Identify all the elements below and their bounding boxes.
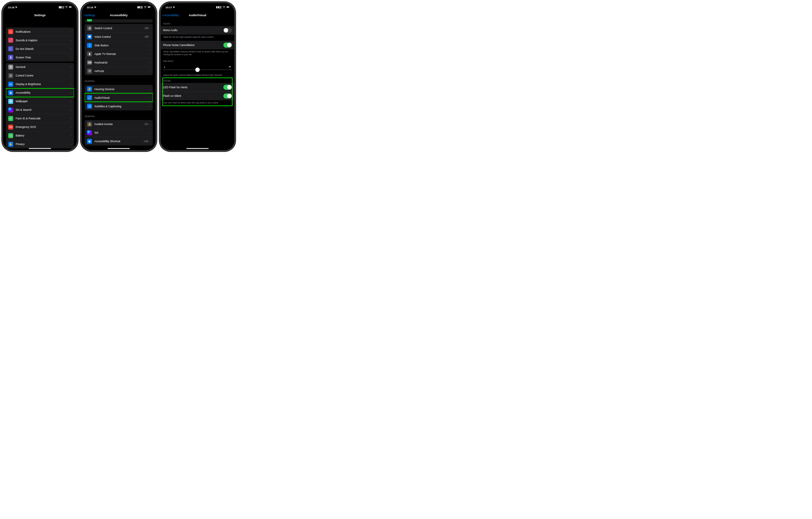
wallpaper-row[interactable]: ✿Wallpaper› bbox=[6, 97, 74, 106]
balance-track[interactable] bbox=[164, 70, 231, 70]
privacy-row[interactable]: ✋Privacy› bbox=[6, 140, 74, 148]
face-id-passcode-row[interactable]: ☺Face ID & Passcode› bbox=[6, 114, 74, 123]
balance-thumb[interactable] bbox=[195, 67, 200, 72]
notifications-label: Notifications bbox=[16, 30, 71, 33]
signal-icon: ▮▮▯▯ bbox=[216, 6, 222, 9]
chevron-right-icon: › bbox=[150, 96, 151, 99]
general-row[interactable]: ⚙General› bbox=[6, 63, 74, 71]
sounds-haptics-row[interactable]: 🔊Sounds & Haptics› bbox=[6, 36, 74, 45]
notifications-row[interactable]: ◻Notifications› bbox=[6, 27, 74, 35]
siri-search-row[interactable]: Siri & Search› bbox=[6, 106, 74, 114]
screen-time-icon: ⧗ bbox=[8, 55, 13, 60]
accessibility-shortcut-row[interactable]: ◉Accessibility ShortcutAsk› bbox=[85, 137, 153, 145]
chevron-right-icon: › bbox=[150, 44, 151, 47]
chevron-right-icon: › bbox=[150, 105, 151, 108]
svg-rect-1 bbox=[69, 6, 71, 7]
apple-tv-remote-label: Apple TV Remote bbox=[94, 52, 150, 56]
subtitles-captioning-row[interactable]: ⊡Subtitles & Captioning› bbox=[85, 102, 153, 110]
svg-rect-5 bbox=[150, 7, 151, 7]
apple-tv-remote-row[interactable]: ▮Apple TV Remote› bbox=[85, 50, 153, 58]
noise-cancel-footer: Noise cancellation reduces ambient noise… bbox=[161, 50, 234, 57]
accessibility-shortcut-label: Accessibility Shortcut bbox=[94, 140, 144, 143]
cut-off-row[interactable] bbox=[85, 19, 153, 23]
voice-control-label: Voice Control bbox=[94, 35, 145, 38]
display-brightness-label: Display & Brightness bbox=[16, 83, 71, 86]
siri-row[interactable]: Siri› bbox=[85, 128, 153, 137]
home-indicator[interactable] bbox=[29, 148, 51, 149]
svg-rect-2 bbox=[72, 7, 72, 7]
chevron-right-icon: › bbox=[71, 56, 72, 59]
back-button[interactable]: ‹ Accessibility bbox=[163, 13, 179, 18]
status-time: 13:16 bbox=[8, 6, 14, 8]
mono-audio-toggle[interactable] bbox=[223, 28, 232, 33]
voice-control-row[interactable]: 💬Voice ControlOff› bbox=[85, 32, 153, 41]
chevron-right-icon: › bbox=[71, 66, 72, 69]
balance-right-label: R bbox=[229, 65, 231, 68]
battery-icon bbox=[147, 5, 151, 9]
accessibility-list[interactable]: ⊞Switch ControlOff›💬Voice ControlOff›▯Si… bbox=[82, 19, 155, 148]
keyboards-row[interactable]: ⌨Keyboards› bbox=[85, 58, 153, 67]
wifi-icon bbox=[144, 5, 147, 9]
chevron-right-icon: › bbox=[150, 140, 151, 143]
noise-cancel-row[interactable]: Phone Noise Cancellation bbox=[161, 41, 234, 50]
chevron-right-icon: › bbox=[71, 30, 72, 33]
settings-group: ⚙General›⊟Control Centre›AADisplay & Bri… bbox=[6, 63, 74, 148]
airpods-row[interactable]: ᙏAirPods› bbox=[85, 67, 153, 75]
chevron-right-icon: › bbox=[150, 131, 151, 134]
led-flash-toggle[interactable] bbox=[223, 85, 232, 90]
audio-visual-row[interactable]: 🔊Audio/Visual› bbox=[85, 93, 153, 102]
chevron-right-icon: › bbox=[150, 27, 151, 30]
do-not-disturb-row[interactable]: ☾Do Not Disturb› bbox=[6, 45, 74, 53]
signal-icon: ▮▮▯▯ bbox=[59, 6, 64, 9]
balance-slider[interactable]: L R bbox=[161, 63, 234, 73]
home-indicator[interactable] bbox=[108, 148, 130, 149]
privacy-icon: ✋ bbox=[8, 142, 13, 147]
guided-access-detail: On bbox=[145, 122, 148, 126]
subtitles-captioning-label: Subtitles & Captioning bbox=[94, 105, 150, 108]
screen-time-row[interactable]: ⧗Screen Time› bbox=[6, 53, 74, 61]
svg-rect-7 bbox=[227, 6, 229, 7]
cut-off-icon bbox=[87, 19, 92, 21]
side-button-row[interactable]: ▯Side Button› bbox=[85, 41, 153, 50]
mono-audio-footer: Make the left and right speakers play th… bbox=[161, 35, 234, 39]
flash-silent-toggle[interactable] bbox=[223, 93, 232, 99]
general-label: General bbox=[16, 66, 71, 69]
control-centre-row[interactable]: ⊟Control Centre› bbox=[6, 72, 74, 80]
location-icon: ➤ bbox=[15, 6, 18, 9]
audio-visual-list[interactable]: AUDIO Mono Audio Make the left and right… bbox=[161, 19, 234, 148]
accessibility-group: ⊞Switch ControlOff›💬Voice ControlOff›▯Si… bbox=[85, 24, 153, 75]
page-title: Audio/Visual bbox=[189, 13, 206, 17]
led-flash-row[interactable]: LED Flash for Alerts bbox=[161, 83, 234, 91]
audio-section-header: AUDIO bbox=[161, 19, 234, 26]
home-indicator[interactable] bbox=[186, 148, 209, 149]
guided-access-row[interactable]: 🔒Guided AccessOn› bbox=[85, 120, 153, 128]
flash-silent-row[interactable]: Flash on Silent bbox=[161, 91, 234, 100]
accessibility-group: 👂Hearing Devices›🔊Audio/Visual›⊡Subtitle… bbox=[85, 85, 153, 110]
display-brightness-row[interactable]: AADisplay & Brightness› bbox=[6, 80, 74, 88]
chevron-right-icon: › bbox=[71, 91, 72, 94]
accessibility-row[interactable]: ◉Accessibility› bbox=[6, 88, 74, 97]
airpods-icon: ᙏ bbox=[87, 69, 92, 74]
mono-audio-row[interactable]: Mono Audio bbox=[161, 26, 234, 35]
hearing-devices-icon: 👂 bbox=[87, 87, 92, 92]
emergency-sos-icon: SOS bbox=[8, 125, 13, 130]
back-button[interactable]: ‹ Settings bbox=[84, 13, 95, 18]
page-title: Accessibility bbox=[110, 13, 127, 17]
emergency-sos-row[interactable]: SOSEmergency SOS› bbox=[6, 123, 74, 131]
nav-bar: ‹ Accessibility Audio/Visual bbox=[161, 11, 234, 19]
accessibility-label: Accessibility bbox=[16, 91, 71, 94]
accessibility-shortcut-detail: Ask bbox=[144, 140, 148, 143]
hearing-devices-row[interactable]: 👂Hearing Devices› bbox=[85, 85, 153, 93]
chevron-right-icon: › bbox=[150, 53, 151, 56]
switch-control-row[interactable]: ⊞Switch ControlOff› bbox=[85, 24, 153, 32]
settings-list[interactable]: ◻Notifications›🔊Sounds & Haptics›☾Do Not… bbox=[3, 19, 77, 148]
notch bbox=[182, 3, 213, 8]
phone-accessibility: 13:16 ➤ ▮▮▯▯ ‹ Settings Accessibility ⊞S… bbox=[82, 3, 155, 150]
battery-row[interactable]: ▭Battery› bbox=[6, 131, 74, 140]
chevron-right-icon: › bbox=[71, 117, 72, 120]
nav-bar: Settings bbox=[3, 11, 77, 19]
side-button-icon: ▯ bbox=[87, 43, 92, 48]
wifi-icon bbox=[65, 5, 68, 9]
chevron-right-icon: › bbox=[71, 109, 72, 111]
noise-cancel-toggle[interactable] bbox=[223, 43, 232, 48]
